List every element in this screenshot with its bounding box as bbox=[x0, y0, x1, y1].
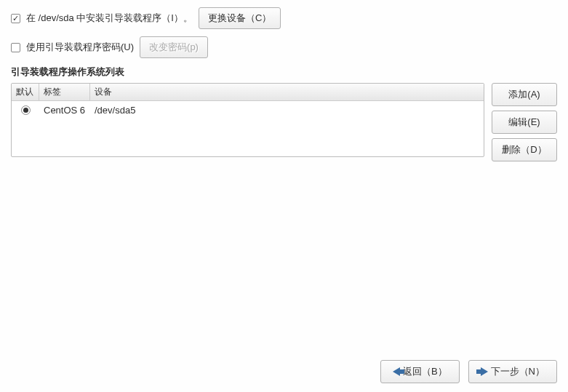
row-device-cell: /dev/sda5 bbox=[90, 103, 484, 118]
change-device-button[interactable]: 更换设备（C） bbox=[199, 7, 281, 29]
os-table-header: 默认 标签 设备 bbox=[12, 84, 484, 101]
bootloader-password-checkbox[interactable] bbox=[11, 43, 20, 52]
col-header-default[interactable]: 默认 bbox=[12, 84, 39, 100]
install-bootloader-label: 在 /dev/sda 中安装引导装载程序（I）。 bbox=[26, 12, 193, 25]
col-header-label[interactable]: 标签 bbox=[39, 84, 90, 100]
back-button[interactable]: 返回（B） bbox=[380, 360, 460, 383]
arrow-left-icon bbox=[393, 367, 400, 376]
row-default-cell bbox=[12, 103, 39, 117]
next-button-label: 下一步（N） bbox=[491, 365, 545, 378]
install-bootloader-checkbox[interactable] bbox=[11, 14, 20, 23]
col-header-device[interactable]: 设备 bbox=[90, 84, 484, 100]
arrow-right-icon bbox=[481, 367, 488, 376]
bootloader-password-label: 使用引导装载程序密码(U) bbox=[26, 41, 134, 54]
row-label-cell: CentOS 6 bbox=[39, 103, 90, 118]
table-row[interactable]: CentOS 6 /dev/sda5 bbox=[12, 101, 484, 119]
os-table: 默认 标签 设备 CentOS 6 /dev/sda5 bbox=[11, 83, 484, 157]
next-button[interactable]: 下一步（N） bbox=[468, 360, 557, 383]
back-button-label: 返回（B） bbox=[403, 365, 447, 378]
delete-button[interactable]: 删除（D） bbox=[492, 138, 557, 161]
side-buttons: 添加(A) 编辑(E) 删除（D） bbox=[492, 83, 557, 161]
edit-button[interactable]: 编辑(E) bbox=[492, 111, 557, 134]
add-button[interactable]: 添加(A) bbox=[492, 83, 557, 106]
os-list-title: 引导装载程序操作系统列表 bbox=[11, 65, 557, 79]
bootloader-password-row: 使用引导装载程序密码(U) 改变密码(p) bbox=[11, 36, 557, 58]
install-bootloader-row: 在 /dev/sda 中安装引导装载程序（I）。 更换设备（C） bbox=[11, 7, 557, 29]
os-table-area: 默认 标签 设备 CentOS 6 /dev/sda5 添加(A) 编辑(E) … bbox=[11, 83, 557, 161]
footer-nav: 返回（B） 下一步（N） bbox=[380, 360, 557, 383]
default-radio[interactable] bbox=[21, 105, 31, 115]
change-password-button: 改变密码(p) bbox=[140, 36, 208, 58]
